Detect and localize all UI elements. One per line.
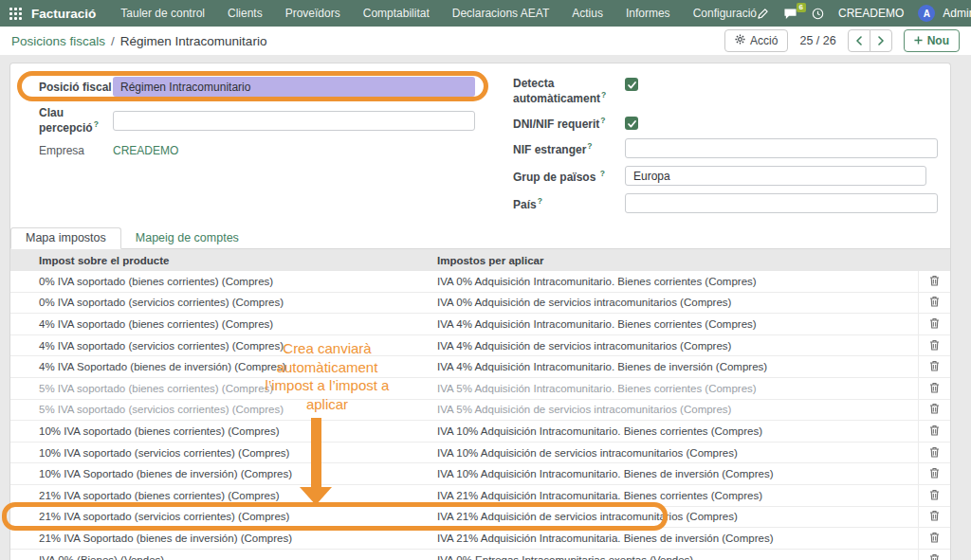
help-icon[interactable]: ?: [587, 141, 592, 151]
nif-estranger-input[interactable]: [625, 138, 938, 158]
action-button[interactable]: Acció: [724, 29, 788, 52]
delete-row-button[interactable]: [929, 446, 940, 460]
apps-menu-icon[interactable]: [9, 8, 22, 20]
delete-row-button[interactable]: [929, 489, 940, 502]
edit-pencil-icon[interactable]: [757, 8, 769, 20]
detecta-checkbox[interactable]: [625, 78, 638, 91]
row-product-tax[interactable]: IVA 0% (Bienes) (Vendes): [10, 554, 437, 560]
table-row[interactable]: 10% IVA Soportado (bienes de inversión) …: [10, 463, 950, 485]
help-icon[interactable]: ?: [94, 119, 99, 129]
table-row[interactable]: 21% IVA soportado (bienes corrientes) (C…: [10, 485, 950, 507]
table-row[interactable]: 0% IVA soportado (bienes corrientes) (Co…: [10, 271, 950, 293]
table-row[interactable]: 5% IVA soportado (bienes corrientes) (Co…: [10, 378, 950, 400]
help-icon[interactable]: ?: [600, 116, 605, 125]
row-tax-to-apply[interactable]: IVA 5% Adquisición de servicios intracom…: [437, 404, 918, 415]
activity-clock-icon[interactable]: [812, 8, 824, 20]
row-tax-to-apply[interactable]: IVA 21% Adquisición Intracomunitaria. Bi…: [437, 490, 918, 501]
table-row[interactable]: 21% IVA Soportado (bienes de inversión) …: [10, 528, 950, 550]
delete-row-button[interactable]: [929, 510, 940, 523]
posicio-fiscal-input[interactable]: [113, 77, 475, 97]
row-tax-to-apply[interactable]: IVA 21% Adquisición Intracomunitaria. Bi…: [437, 533, 918, 544]
trash-icon: [929, 275, 940, 288]
table-row[interactable]: 0% IVA soportado (servicios corrientes) …: [10, 293, 950, 315]
user-avatar[interactable]: A: [918, 5, 935, 22]
app-name[interactable]: Facturació: [31, 7, 96, 21]
trash-icon: [929, 339, 940, 352]
delete-row-button[interactable]: [929, 317, 940, 331]
clau-percepcio-input[interactable]: [113, 111, 475, 131]
delete-row-button[interactable]: [929, 360, 940, 373]
pais-input[interactable]: [625, 193, 938, 213]
help-icon[interactable]: ?: [538, 196, 542, 206]
messages-icon[interactable]: 6: [783, 8, 797, 20]
row-tax-to-apply[interactable]: IVA 0% Adquisición de servicios intracom…: [437, 297, 918, 308]
menu-informes[interactable]: Informes: [626, 7, 670, 20]
row-product-tax[interactable]: 10% IVA Soportado (bienes de inversión) …: [10, 468, 437, 479]
table-row[interactable]: 4% IVA soportado (servicios corrientes) …: [10, 335, 950, 357]
menu-actius[interactable]: Actius: [572, 7, 603, 20]
delete-row-button[interactable]: [929, 553, 940, 560]
table-row[interactable]: 4% IVA soportado (bienes corrientes) (Co…: [10, 314, 950, 335]
menu-proveidors[interactable]: Proveïdors: [285, 7, 340, 20]
row-tax-to-apply[interactable]: IVA 10% Adquisición Intracomunitario. Bi…: [437, 468, 918, 479]
dni-nif-checkbox[interactable]: [625, 117, 638, 130]
row-product-tax[interactable]: 10% IVA soportado (bienes corrientes) (C…: [10, 425, 437, 437]
pager-next-button[interactable]: [870, 29, 892, 52]
row-tax-to-apply[interactable]: IVA 4% Adquisición Intracomunitario. Bie…: [437, 361, 918, 372]
pager-previous-button[interactable]: [848, 29, 870, 52]
grup-paisos-input[interactable]: [625, 166, 926, 186]
row-product-tax[interactable]: 4% IVA Soportado (bienes de inversión) (…: [10, 361, 437, 372]
delete-row-button[interactable]: [929, 296, 940, 309]
menu-configuracio[interactable]: Configuració: [693, 7, 757, 20]
row-tax-to-apply[interactable]: IVA 10% Adquisición Intracomunitario. Bi…: [437, 425, 918, 437]
tab-mapeig-de-comptes[interactable]: Mapeig de comptes: [121, 228, 253, 248]
trash-icon: [929, 360, 940, 373]
row-tax-to-apply[interactable]: IVA 5% Adquisición Intracomunitario. Bie…: [437, 383, 918, 394]
menu-tauler-de-control[interactable]: Tauler de control: [120, 7, 205, 20]
delete-row-button[interactable]: [929, 425, 940, 438]
row-product-tax[interactable]: 5% IVA soportado (servicios corrientes) …: [10, 404, 437, 415]
table-header: Impost sobre el producte Impostos per ap…: [10, 249, 950, 271]
trash-icon: [929, 403, 940, 416]
table-row-highlighted[interactable]: 21% IVA soportado (servicios corrientes)…: [10, 507, 950, 529]
row-tax-to-apply[interactable]: IVA 0% Adquisición Intracomunitario. Bie…: [437, 276, 918, 287]
delete-row-button[interactable]: [929, 339, 940, 352]
trash-icon: [929, 553, 940, 560]
row-product-tax[interactable]: 4% IVA soportado (servicios corrientes) …: [10, 340, 437, 352]
table-row[interactable]: 10% IVA soportado (servicios corrientes)…: [10, 443, 950, 464]
delete-row-button[interactable]: [929, 467, 940, 480]
new-button[interactable]: Nou: [904, 29, 960, 52]
row-tax-to-apply[interactable]: IVA 21% Adquisición de servicios intraco…: [437, 511, 918, 522]
row-product-tax[interactable]: 5% IVA soportado (bienes corrientes) (Co…: [10, 383, 437, 394]
empresa-value[interactable]: CREADEMO: [113, 144, 178, 157]
breadcrumb-parent[interactable]: Posicions fiscals: [11, 34, 105, 48]
delete-row-button[interactable]: [929, 275, 940, 288]
row-product-tax[interactable]: 4% IVA soportado (bienes corrientes) (Co…: [10, 318, 437, 330]
user-name[interactable]: Administrator: [943, 7, 971, 20]
delete-row-button[interactable]: [929, 403, 940, 416]
row-product-tax[interactable]: 0% IVA soportado (servicios corrientes) …: [10, 297, 437, 308]
menu-clients[interactable]: Clients: [228, 7, 263, 20]
delete-row-button[interactable]: [929, 532, 940, 545]
table-row[interactable]: 4% IVA Soportado (bienes de inversión) (…: [10, 356, 950, 378]
row-tax-to-apply[interactable]: IVA 4% Adquisición de servicios intracom…: [437, 340, 918, 352]
row-product-tax[interactable]: 21% IVA Soportado (bienes de inversión) …: [10, 533, 437, 544]
row-tax-to-apply[interactable]: IVA 10% Adquisición de servicios intraco…: [437, 447, 918, 459]
row-tax-to-apply[interactable]: IVA 4% Adquisición Intracomunitario. Bie…: [437, 318, 918, 330]
row-product-tax[interactable]: 21% IVA soportado (servicios corrientes)…: [10, 511, 437, 522]
table-row[interactable]: 10% IVA soportado (bienes corrientes) (C…: [10, 421, 950, 443]
delete-row-button[interactable]: [929, 382, 940, 395]
row-tax-to-apply[interactable]: IVA 0% Entregas Intracomunitarias exenta…: [437, 554, 918, 560]
menu-declaracions-aeat[interactable]: Declaracions AEAT: [452, 7, 550, 20]
tab-mapa-impostos[interactable]: Mapa impostos: [10, 227, 121, 249]
table-row[interactable]: IVA 0% (Bienes) (Vendes) IVA 0% Entregas…: [10, 550, 950, 560]
row-product-tax[interactable]: 10% IVA soportado (servicios corrientes)…: [10, 447, 437, 459]
row-product-tax[interactable]: 0% IVA soportado (bienes corrientes) (Co…: [10, 276, 437, 287]
company-name[interactable]: CREADEMO: [838, 7, 904, 20]
table-row[interactable]: 5% IVA soportado (servicios corrientes) …: [10, 400, 950, 422]
row-product-tax[interactable]: 21% IVA soportado (bienes corrientes) (C…: [10, 490, 437, 501]
help-icon[interactable]: ?: [600, 169, 605, 178]
trash-icon: [929, 382, 940, 395]
help-icon[interactable]: ?: [601, 90, 606, 99]
menu-comptabilitat[interactable]: Comptabilitat: [363, 7, 430, 20]
